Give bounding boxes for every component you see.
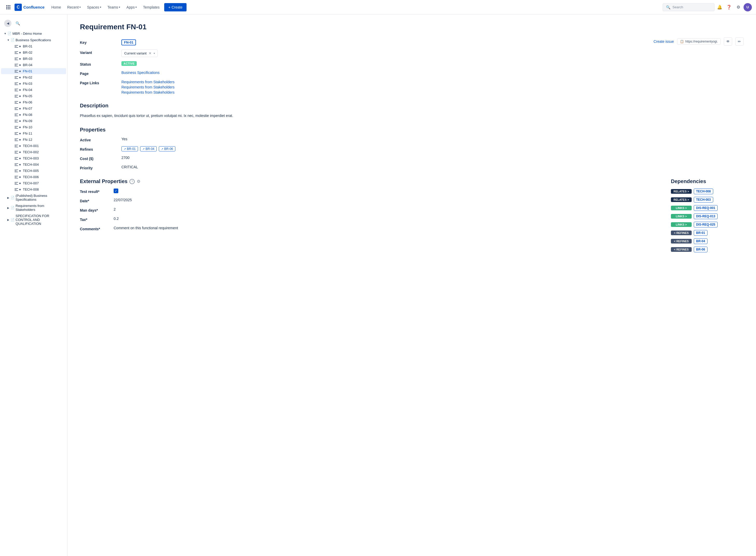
sidebar-item-fn-07[interactable]: FN-07 xyxy=(1,106,66,111)
help-button[interactable]: ❓ xyxy=(725,3,733,11)
page-links-row: Page Links Requirements from Stakeholder… xyxy=(80,80,744,94)
bullet-dot xyxy=(19,145,21,147)
dependencies-column: Dependencies RELATES >TECH-008RELATES >T… xyxy=(671,178,744,255)
gear-icon[interactable]: ⚙ xyxy=(137,179,140,184)
sidebar-item-fn-01[interactable]: FN-01 xyxy=(1,68,66,74)
bullet-dot xyxy=(19,83,21,84)
page-icon: 📄 xyxy=(7,31,11,36)
sidebar-item-label: FN-02 xyxy=(23,75,64,79)
search-box[interactable]: 🔍 Search xyxy=(663,3,715,11)
sidebar-item-fn-08[interactable]: FN-08 xyxy=(1,112,66,118)
dep-ref-badge[interactable]: TECH-003 xyxy=(694,197,713,203)
sidebar-item-label: FN-03 xyxy=(23,82,64,85)
dep-ref-badge[interactable]: DIS-REQ-025 xyxy=(694,222,718,228)
settings-button[interactable]: ⚙ xyxy=(734,3,743,11)
sidebar-item-br-01[interactable]: BR-01 xyxy=(1,43,66,49)
edit-button[interactable]: ✏ xyxy=(735,37,744,46)
sidebar-item-fn-04[interactable]: FN-04 xyxy=(1,87,66,93)
nav-apps[interactable]: Apps ▾ xyxy=(124,3,139,11)
sidebar-item-tech-001[interactable]: TECH-001 xyxy=(1,143,66,149)
sidebar-item-label: FN-06 xyxy=(23,100,64,104)
sidebar-item-tech-008[interactable]: TECH-008 xyxy=(1,186,66,193)
ext-props-title: External Properties xyxy=(80,178,127,184)
sidebar-toggle-button[interactable]: ◀ xyxy=(4,20,11,27)
date-label: Date* xyxy=(80,198,113,203)
nav-teams[interactable]: Teams ▾ xyxy=(105,3,123,11)
nav-templates[interactable]: Templates xyxy=(140,3,162,11)
sidebar-item-fn-12[interactable]: FN-12 xyxy=(1,137,66,143)
variant-clear-button[interactable]: ✕ xyxy=(149,51,152,55)
sidebar-item-tech-005[interactable]: TECH-005 xyxy=(1,168,66,174)
create-button[interactable]: + Create xyxy=(164,3,187,11)
sidebar-item-fn-02[interactable]: FN-02 xyxy=(1,74,66,80)
chevron-icon: ▶ xyxy=(6,218,10,222)
req-icon xyxy=(14,95,18,98)
dep-ref-badge[interactable]: DIS-REQ-001 xyxy=(694,205,718,211)
comments-value: Comment on this functional requirement xyxy=(113,226,660,230)
nav-spaces[interactable]: Spaces ▾ xyxy=(84,3,104,11)
sidebar-item-label: MBR - Démo Home xyxy=(12,32,64,36)
req-icon xyxy=(14,188,18,191)
nav-home[interactable]: Home xyxy=(49,3,64,11)
user-avatar[interactable]: U xyxy=(744,3,752,11)
sidebar-search-button[interactable]: 🔍 xyxy=(13,20,22,27)
nav-recent[interactable]: Recent ▾ xyxy=(65,3,83,11)
sidebar-tree: ▼📄MBR - Démo Home▼📄Business Specificatio… xyxy=(0,30,67,227)
sidebar-item-fn-11[interactable]: FN-11 xyxy=(1,131,66,136)
sidebar-item-mbr-home[interactable]: ▼📄MBR - Démo Home xyxy=(1,30,66,37)
grid-dots-icon xyxy=(6,5,10,9)
refines-tag[interactable]: ↗BR-01 xyxy=(122,146,138,151)
sidebar-item-br-02[interactable]: BR-02 xyxy=(1,49,66,56)
sidebar-item-br-04[interactable]: BR-04 xyxy=(1,62,66,68)
sidebar-item-fn-05[interactable]: FN-05 xyxy=(1,93,66,99)
dep-ref-badge[interactable]: BR-06 xyxy=(694,247,708,252)
page-link[interactable]: Business Specifications xyxy=(122,71,160,75)
page-link-item[interactable]: Requirements from Stakeholders xyxy=(122,80,744,84)
req-icon xyxy=(14,101,18,104)
dep-ref-badge[interactable]: BR-01 xyxy=(694,230,708,236)
sidebar-item-tech-006[interactable]: TECH-006 xyxy=(1,174,66,180)
create-issue-button[interactable]: Create issue xyxy=(654,38,674,45)
dep-ref-badge[interactable]: TECH-008 xyxy=(694,188,713,194)
sidebar-item-fn-09[interactable]: FN-09 xyxy=(1,118,66,124)
confluence-logo[interactable]: C Confluence xyxy=(14,4,45,11)
variant-select[interactable]: Current variant ✕ ▾ xyxy=(122,49,158,57)
page-icon: 📄 xyxy=(10,38,14,42)
dep-ref-badge[interactable]: DIS-REQ-013 xyxy=(694,213,718,219)
sidebar-item-req-stakeholders[interactable]: ▶📄Requirements from Stakeholders xyxy=(1,203,66,213)
variant-label: Variant xyxy=(80,49,122,55)
sidebar-item-br-03[interactable]: BR-03 xyxy=(1,56,66,62)
page-link-item[interactable]: Requirements from Stakeholders xyxy=(122,90,744,94)
sidebar-item-fn-06[interactable]: FN-06 xyxy=(1,99,66,105)
deps-title: Dependencies xyxy=(671,178,744,184)
test-result-checkbox[interactable]: ✓ xyxy=(113,188,118,193)
refines-tag[interactable]: ↗BR-04 xyxy=(140,146,157,151)
page-link-item[interactable]: Requirements from Stakeholders xyxy=(122,85,744,89)
sidebar-item-tech-002[interactable]: TECH-002 xyxy=(1,149,66,155)
sidebar-item-tech-003[interactable]: TECH-003 xyxy=(1,155,66,161)
deps-list: RELATES >TECH-008RELATES >TECH-003LINKS … xyxy=(671,188,744,252)
main-content: Create issue 📋 https://requirementyogi. … xyxy=(67,14,756,263)
sidebar-item-label: TECH-004 xyxy=(23,163,64,167)
confluence-brand-name: Confluence xyxy=(23,5,45,9)
help-icon[interactable]: ? xyxy=(129,179,135,184)
tax-row: Tax* 0.2 xyxy=(80,216,660,222)
view-button[interactable]: 👁 xyxy=(724,37,732,46)
sidebar-item-fn-03[interactable]: FN-03 xyxy=(1,81,66,86)
sidebar-item-label: FN-01 xyxy=(23,69,64,73)
sidebar-item-label: FN-07 xyxy=(23,107,64,110)
sidebar-item-tech-007[interactable]: TECH-007 xyxy=(1,180,66,186)
sidebar-item-label: TECH-008 xyxy=(23,187,64,192)
dep-ref-badge[interactable]: BR-04 xyxy=(694,238,708,244)
sidebar-item-published-bs[interactable]: ▶📄(Published) Business Specifications xyxy=(1,193,66,203)
refines-tag[interactable]: ↗BR-06 xyxy=(159,146,175,151)
apps-grid-button[interactable] xyxy=(4,3,12,11)
key-badge[interactable]: FN-01 xyxy=(122,39,136,45)
sidebar-item-tech-004[interactable]: TECH-004 xyxy=(1,162,66,168)
req-icon xyxy=(14,89,18,91)
sidebar-item-business-specs[interactable]: ▼📄Business Specifications xyxy=(1,37,66,43)
notifications-button[interactable]: 🔔 xyxy=(716,3,724,11)
url-chip[interactable]: 📋 https://requirementyogi. xyxy=(677,38,721,45)
sidebar-item-spec-control[interactable]: ▶📄SPECIFICATION FOR CONTROL AND QUALIFIC… xyxy=(1,213,66,227)
sidebar-item-fn-10[interactable]: FN-10 xyxy=(1,124,66,130)
